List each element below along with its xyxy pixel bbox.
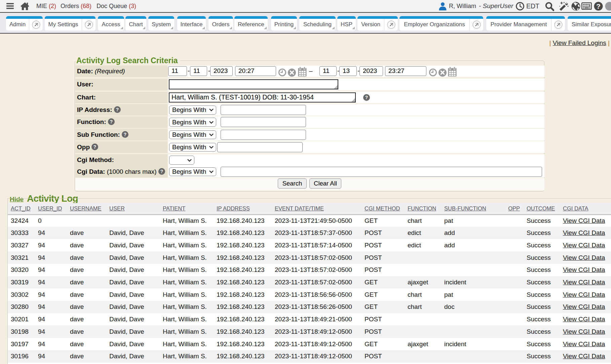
svg-text:?: ? (365, 95, 368, 100)
svg-text:?: ? (116, 107, 119, 112)
svg-text:?: ? (160, 169, 163, 174)
svg-text:?: ? (596, 2, 601, 10)
svg-text:?: ? (124, 132, 127, 137)
svg-text:?: ? (93, 144, 97, 150)
svg-text:?: ? (110, 119, 113, 124)
